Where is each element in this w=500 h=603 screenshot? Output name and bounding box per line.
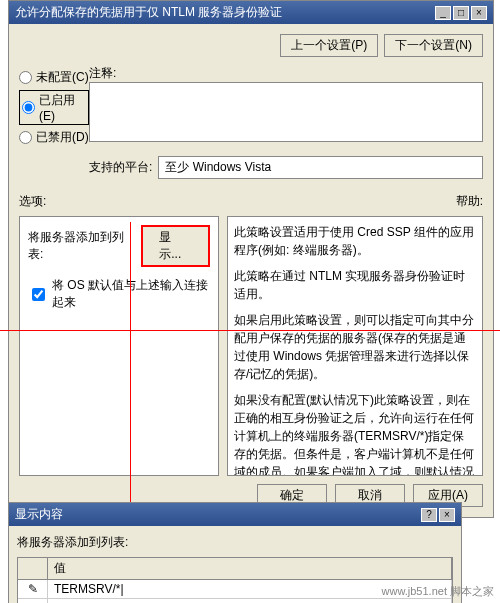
help-label: 帮助: — [456, 193, 483, 210]
next-setting-button[interactable]: 下一个设置(N) — [384, 34, 483, 57]
policy-settings-window: 允许分配保存的凭据用于仅 NTLM 服务器身份验证 _ □ × 上一个设置(P)… — [8, 0, 494, 518]
window-title: 允许分配保存的凭据用于仅 NTLM 服务器身份验证 — [15, 4, 282, 21]
titlebar[interactable]: 显示内容 ? × — [9, 503, 461, 526]
help-text: 此策略设置适用于使用 Cred SSP 组件的应用程序(例如: 终端服务器)。 — [234, 223, 476, 259]
close-icon[interactable]: × — [471, 6, 487, 20]
window-controls: ? × — [421, 508, 455, 522]
window-controls: _ □ × — [435, 6, 487, 20]
radio-not-configured[interactable]: 未配置(C) — [19, 69, 89, 86]
grid-header: 值 — [18, 558, 452, 580]
checkbox-input[interactable] — [32, 288, 45, 301]
window-body: 上一个设置(P) 下一个设置(N) 未配置(C) 已启用(E) 已禁用(D) 注… — [9, 24, 493, 517]
options-pane: 将服务器添加到列表: 显示... 将 OS 默认值与上述输入连接起来 — [19, 216, 219, 476]
concat-defaults-checkbox[interactable]: 将 OS 默认值与上述输入连接起来 — [28, 277, 210, 311]
comment-input[interactable] — [89, 82, 483, 142]
platform-label: 支持的平台: — [89, 159, 152, 176]
maximize-icon[interactable]: □ — [453, 6, 469, 20]
help-pane: 此策略设置适用于使用 Cred SSP 组件的应用程序(例如: 终端服务器)。 … — [227, 216, 483, 476]
radio-enabled[interactable]: 已启用(E) — [19, 90, 89, 125]
row-indicator-column — [18, 558, 48, 579]
help-text: 如果没有配置(默认情况下)此策略设置，则在正确的相互身份验证之后，允许向运行在任… — [234, 391, 476, 476]
value-cell[interactable] — [48, 599, 452, 603]
watermark: www.jb51.net 脚本之家 — [382, 584, 494, 599]
state-radios: 未配置(C) 已启用(E) 已禁用(D) — [19, 65, 89, 150]
new-row-icon: * — [18, 599, 48, 603]
edit-icon: ✎ — [18, 580, 48, 598]
help-text: 此策略在通过 NTLM 实现服务器身份验证时适用。 — [234, 267, 476, 303]
options-label: 选项: — [19, 193, 46, 210]
add-servers-label: 将服务器添加到列表: — [17, 534, 453, 551]
radio-disabled[interactable]: 已禁用(D) — [19, 129, 89, 146]
help-icon[interactable]: ? — [421, 508, 437, 522]
minimize-icon[interactable]: _ — [435, 6, 451, 20]
nav-buttons: 上一个设置(P) 下一个设置(N) — [19, 30, 483, 65]
titlebar[interactable]: 允许分配保存的凭据用于仅 NTLM 服务器身份验证 _ □ × — [9, 1, 493, 24]
window-title: 显示内容 — [15, 506, 63, 523]
annotation-line-horizontal — [0, 330, 500, 331]
platform-value: 至少 Windows Vista — [158, 156, 483, 179]
show-button[interactable]: 显示... — [141, 225, 210, 267]
close-icon[interactable]: × — [439, 508, 455, 522]
prev-setting-button[interactable]: 上一个设置(P) — [280, 34, 378, 57]
value-column-header: 值 — [48, 558, 452, 579]
help-text: 如果启用此策略设置，则可以指定可向其中分配用户保存的凭据的服务器(保存的凭据是通… — [234, 311, 476, 383]
comment-label: 注释: — [89, 65, 483, 82]
add-servers-label: 将服务器添加到列表: — [28, 229, 135, 263]
grid-new-row[interactable]: * — [18, 599, 452, 603]
